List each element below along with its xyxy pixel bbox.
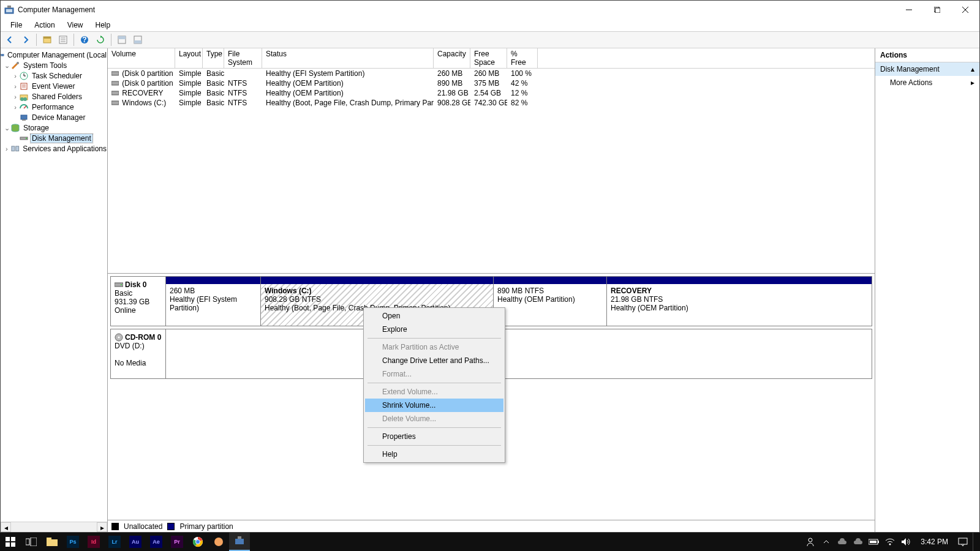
svg-rect-52 — [26, 539, 29, 545]
taskbar-premiere[interactable]: Pr — [167, 533, 187, 551]
close-button[interactable] — [951, 1, 979, 19]
legend-unallocated-swatch — [111, 523, 119, 530]
svg-rect-49 — [11, 537, 15, 541]
ctx-shrink-volume[interactable]: Shrink Volume... — [365, 399, 503, 412]
partition[interactable]: RECOVERY21.98 GB NTFSHealthy (OEM Partit… — [607, 277, 872, 326]
scroll-left-icon[interactable]: ◂ — [1, 522, 11, 532]
actions-section[interactable]: Disk Management ▴ — [875, 62, 979, 76]
minimize-button[interactable] — [895, 1, 923, 19]
volume-row[interactable]: (Disk 0 partition 1)SimpleBasicHealthy (… — [108, 69, 875, 78]
tree-services-apps[interactable]: › Services and Applications — [1, 143, 108, 154]
tray-overflow-icon[interactable] — [820, 536, 832, 548]
volume-list[interactable]: Volume Layout Type File System Status Ca… — [108, 48, 875, 274]
col-layout[interactable]: Layout — [175, 48, 203, 68]
svg-rect-38 — [12, 146, 15, 151]
help-button[interactable]: ? — [78, 33, 91, 47]
titlebar: Computer Management — [1, 1, 979, 19]
partition[interactable]: 890 MB NTFSHealthy (OEM Partition) — [494, 277, 607, 326]
menu-help[interactable]: Help — [89, 20, 117, 31]
context-menu: Open Explore Mark Partition as Active Ch… — [363, 307, 505, 463]
volume-list-header: Volume Layout Type File System Status Ca… — [108, 48, 875, 69]
col-capacity[interactable]: Capacity — [434, 48, 470, 68]
col-filesystem[interactable]: File System — [224, 48, 262, 68]
partition[interactable]: 260 MBHealthy (EFI System Partition) — [166, 277, 261, 326]
volume-icon — [111, 100, 120, 105]
onedrive-icon-2[interactable] — [852, 536, 864, 548]
expand-icon[interactable]: › — [12, 72, 19, 80]
refresh-button[interactable] — [94, 33, 107, 47]
ctx-help[interactable]: Help — [365, 448, 503, 461]
forward-button[interactable] — [19, 33, 32, 47]
col-free[interactable]: Free Space — [470, 48, 507, 68]
window-title: Computer Management — [18, 6, 95, 14]
tree-task-scheduler[interactable]: › Task Scheduler — [1, 70, 108, 81]
taskbar-explorer[interactable] — [42, 533, 62, 551]
svg-point-22 — [17, 62, 19, 64]
clock[interactable]: 3:42 PM — [916, 538, 953, 546]
volume-row[interactable]: RECOVERYSimpleBasicNTFSHealthy (OEM Part… — [108, 88, 875, 98]
settings-top-button[interactable] — [115, 33, 129, 47]
taskbar-lightroom[interactable]: Lr — [104, 533, 125, 551]
wifi-icon[interactable] — [884, 536, 896, 548]
svg-rect-65 — [870, 541, 876, 543]
taskbar-photoshop[interactable]: Ps — [62, 533, 83, 551]
expand-icon[interactable]: › — [12, 93, 19, 100]
task-view-button[interactable] — [21, 533, 42, 551]
expand-icon[interactable]: › — [12, 83, 19, 90]
svg-rect-9 — [43, 37, 51, 39]
show-desktop-button[interactable] — [973, 533, 976, 551]
tree-performance[interactable]: › Performance — [1, 102, 108, 112]
taskbar[interactable]: Ps Id Lr Au Ae Pr 3:42 PM — [0, 533, 980, 551]
menu-action[interactable]: Action — [28, 20, 61, 31]
menu-file[interactable]: File — [4, 20, 28, 31]
ctx-change-drive-letter[interactable]: Change Drive Letter and Paths... — [365, 354, 503, 367]
people-icon[interactable] — [804, 536, 816, 548]
maximize-button[interactable] — [923, 1, 951, 19]
taskbar-indesign[interactable]: Id — [83, 533, 104, 551]
collapse-icon[interactable]: ⌄ — [3, 124, 10, 132]
expand-icon[interactable]: › — [3, 145, 10, 152]
taskbar-compmgmt[interactable] — [229, 533, 250, 551]
tree-hscrollbar[interactable]: ◂▸ — [1, 522, 107, 532]
volume-row[interactable]: (Disk 0 partition 4)SimpleBasicNTFSHealt… — [108, 78, 875, 88]
actions-more[interactable]: More Actions ▸ — [875, 76, 979, 89]
back-button[interactable] — [3, 33, 17, 47]
settings-bottom-button[interactable] — [131, 33, 145, 47]
ctx-properties[interactable]: Properties — [365, 430, 503, 443]
taskbar-audition[interactable]: Au — [125, 533, 146, 551]
svg-rect-50 — [6, 542, 10, 547]
onedrive-icon[interactable] — [836, 536, 848, 548]
svg-rect-21 — [2, 56, 2, 56]
volume-icon[interactable] — [900, 536, 912, 548]
ctx-open[interactable]: Open — [365, 309, 503, 323]
battery-icon[interactable] — [868, 536, 880, 548]
col-volume[interactable]: Volume — [108, 48, 175, 68]
tree-shared-folders[interactable]: › Shared Folders — [1, 91, 108, 102]
col-type[interactable]: Type — [203, 48, 224, 68]
properties-button[interactable] — [56, 33, 70, 47]
scroll-right-icon[interactable]: ▸ — [97, 522, 107, 532]
tree-system-tools[interactable]: ⌄ System Tools — [1, 60, 108, 70]
col-pct[interactable]: % Free — [507, 48, 538, 68]
taskbar-aftereffects[interactable]: Ae — [146, 533, 167, 551]
start-button[interactable] — [0, 533, 21, 551]
tree-storage[interactable]: ⌄ Storage — [1, 122, 108, 133]
col-status[interactable]: Status — [262, 48, 434, 68]
submenu-icon: ▸ — [971, 78, 974, 87]
taskbar-chrome[interactable] — [187, 533, 208, 551]
notifications-icon[interactable] — [957, 536, 969, 548]
ctx-explore[interactable]: Explore — [365, 323, 503, 336]
expand-icon[interactable]: › — [12, 103, 19, 111]
svg-rect-42 — [111, 91, 119, 95]
tree-event-viewer[interactable]: › Event Viewer — [1, 81, 108, 91]
navigation-tree[interactable]: Computer Management (Local ⌄ System Tool… — [1, 48, 108, 522]
menu-view[interactable]: View — [61, 20, 89, 31]
tree-disk-management[interactable]: Disk Management — [1, 133, 108, 143]
tree-device-manager[interactable]: Device Manager — [1, 112, 108, 122]
volume-row[interactable]: Windows (C:)SimpleBasicNTFSHealthy (Boot… — [108, 98, 875, 108]
show-hide-button[interactable] — [40, 33, 54, 47]
tree-root[interactable]: Computer Management (Local — [1, 50, 108, 60]
collapse-icon[interactable]: ⌄ — [3, 62, 10, 69]
legend-unallocated-label: Unallocated — [124, 522, 162, 531]
taskbar-app1[interactable] — [208, 533, 229, 551]
